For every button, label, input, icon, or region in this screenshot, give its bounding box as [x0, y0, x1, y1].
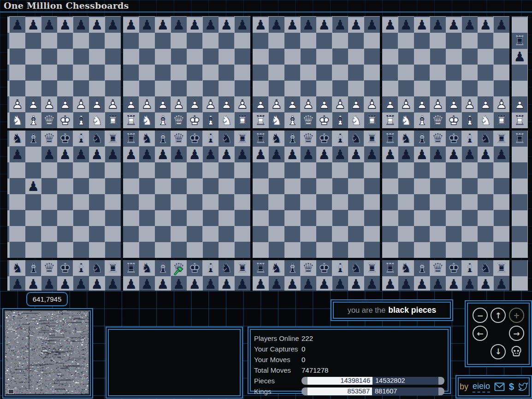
black-rook[interactable]: ♜♖ [235, 131, 251, 147]
white-pawn[interactable]: ♟♙ [430, 96, 446, 113]
black-pawn[interactable]: ♟ [203, 276, 219, 291]
black-bishop[interactable]: ♝♗ [414, 260, 430, 276]
black-pawn[interactable]: ♟ [269, 147, 285, 163]
black-pawn[interactable]: ♟ [57, 276, 73, 291]
black-pawn[interactable]: ♟ [364, 276, 380, 291]
black-pawn[interactable]: ♟ [187, 147, 203, 163]
white-rook[interactable]: ♜♖ [253, 113, 269, 129]
zoom-out-button[interactable]: − [473, 308, 488, 323]
black-king[interactable]: ♚♔ [57, 260, 73, 276]
black-rook[interactable]: ♜♖ [512, 33, 528, 49]
black-pawn[interactable]: ♟ [253, 276, 269, 291]
black-bishop[interactable]: ♝♗ [155, 260, 171, 276]
black-pawn[interactable]: ♟ [73, 17, 89, 33]
black-rook[interactable]: ♜♖ [123, 131, 139, 147]
white-pawn[interactable]: ♟♙ [155, 96, 171, 113]
black-rook[interactable]: ♜♖ [364, 260, 380, 276]
white-queen[interactable]: ♛♕ [430, 113, 446, 129]
black-queen[interactable]: ♛♕ [430, 131, 446, 147]
black-pawn[interactable]: ♟ [430, 276, 446, 291]
white-pawn[interactable]: ♟♙ [203, 96, 219, 113]
white-king[interactable]: ♚♔ [316, 113, 332, 129]
black-rook[interactable]: ♜♖ [494, 260, 510, 276]
black-pawn[interactable]: ♟ [41, 17, 58, 33]
black-pawn[interactable]: ♟ [171, 17, 187, 33]
black-pawn[interactable]: ♟ [155, 17, 171, 33]
white-bishop[interactable]: ♝♗ [155, 113, 171, 129]
white-pawn[interactable]: ♟♙ [478, 96, 494, 113]
black-queen[interactable]: ♛♕ [301, 260, 317, 276]
black-pawn[interactable]: ♟ [332, 17, 349, 33]
black-pawn[interactable]: ♟ [25, 276, 41, 291]
white-bishop[interactable]: ♝♗ [284, 113, 301, 129]
white-pawn[interactable]: ♟♙ [284, 96, 301, 113]
black-king[interactable]: ♚♔ [57, 131, 73, 147]
white-pawn[interactable]: ♟♙ [57, 96, 73, 113]
black-pawn[interactable]: ♟ [332, 276, 349, 291]
black-knight[interactable]: ♞♘ [219, 260, 235, 276]
black-knight[interactable]: ♞♘ [10, 260, 26, 276]
black-pawn[interactable]: ♟ [462, 276, 478, 291]
black-pawn[interactable]: ♟ [25, 17, 41, 33]
black-pawn[interactable]: ♟ [446, 17, 462, 33]
white-pawn[interactable]: ♟♙ [235, 96, 251, 113]
black-pawn[interactable]: ♟ [235, 17, 251, 33]
black-bishop[interactable]: ♝♗ [73, 131, 89, 147]
black-pawn[interactable]: ♟ [155, 276, 171, 291]
white-knight[interactable]: ♞♘ [348, 113, 364, 129]
black-pawn[interactable]: ♟ [253, 147, 269, 163]
black-pawn[interactable]: ♟ [316, 17, 332, 33]
black-bishop[interactable]: ♝♗ [203, 131, 219, 147]
chessboard[interactable]: ♜♖♞♘♝♗♛♕♚♔♝♗♞♘♜♖♟♟♟♟♟♟♟♟ [123, 131, 250, 258]
white-pawn[interactable]: ♟♙ [10, 96, 26, 113]
black-pawn[interactable]: ♟ [364, 17, 380, 33]
black-knight[interactable]: ♞♘ [348, 260, 364, 276]
black-pawn[interactable]: ♟ [139, 147, 155, 163]
black-pawn[interactable]: ♟ [235, 147, 251, 163]
black-pawn[interactable]: ♟ [382, 17, 398, 33]
black-pawn[interactable]: ♟ [494, 147, 510, 163]
black-knight[interactable]: ♞♘ [478, 131, 494, 147]
black-knight[interactable]: ♞♘ [10, 131, 26, 147]
white-pawn[interactable]: ♟♙ [398, 96, 414, 113]
black-queen[interactable]: ♛♕ [41, 260, 58, 276]
black-king[interactable]: ♚♔ [187, 260, 203, 276]
black-pawn[interactable]: ♟ [235, 276, 251, 291]
black-pawn[interactable]: ♟ [139, 17, 155, 33]
white-pawn[interactable]: ♟♙ [171, 96, 187, 113]
black-pawn[interactable]: ♟ [25, 179, 41, 195]
minimap-canvas[interactable] [5, 310, 89, 394]
white-pawn[interactable]: ♟♙ [512, 96, 528, 113]
black-knight[interactable]: ♞♘ [269, 131, 285, 147]
black-pawn[interactable]: ♟ [105, 17, 121, 33]
white-pawn[interactable]: ♟♙ [139, 96, 155, 113]
black-pawn[interactable]: ♟ [219, 276, 235, 291]
black-pawn[interactable]: ♟ [478, 147, 494, 163]
chessboard[interactable] [512, 260, 528, 291]
black-pawn[interactable]: ♟ [301, 147, 317, 163]
black-pawn[interactable]: ♟ [89, 276, 105, 291]
black-pawn[interactable]: ♟ [446, 276, 462, 291]
black-pawn[interactable]: ♟ [332, 147, 349, 163]
black-rook[interactable]: ♜♖ [105, 260, 121, 276]
chessboard[interactable]: ♜♖♞♘♝♗♛♕♚♔♝♗♞♘♜♖♟♟♟♟♟♟♟♟ [382, 131, 509, 258]
white-pawn[interactable]: ♟♙ [301, 96, 317, 113]
black-rook[interactable]: ♜♖ [494, 131, 510, 147]
white-queen[interactable]: ♛♕ [171, 113, 187, 129]
black-pawn[interactable]: ♟ [123, 17, 139, 33]
black-pawn[interactable]: ♟ [316, 276, 332, 291]
white-pawn[interactable]: ♟♙ [123, 96, 139, 113]
pan-down-button[interactable]: ↓ [491, 344, 506, 359]
black-pawn[interactable]: ♟ [89, 147, 105, 163]
chessboard[interactable]: ♜♖♞♘♝♗♛♕♚♔♝♗♞♘♜♖♟♟♟♟♟♟♟♟ [382, 260, 509, 291]
black-pawn[interactable]: ♟ [203, 147, 219, 163]
black-pawn[interactable]: ♟ [478, 276, 494, 291]
black-pawn[interactable]: ♟ [123, 276, 139, 291]
black-pawn[interactable]: ♟ [171, 276, 187, 291]
black-rook[interactable]: ♜♖ [105, 131, 121, 147]
black-pawn[interactable]: ♟ [219, 147, 235, 163]
white-bishop[interactable]: ♝♗ [73, 113, 89, 129]
chessboard[interactable]: ♜♖♞♘♝♗♛♕♚♔♝♗♞♘♜♖♟♟♟♟♟♟♟♟ [123, 260, 250, 291]
black-knight[interactable]: ♞♘ [348, 131, 364, 147]
white-pawn[interactable]: ♟♙ [269, 96, 285, 113]
